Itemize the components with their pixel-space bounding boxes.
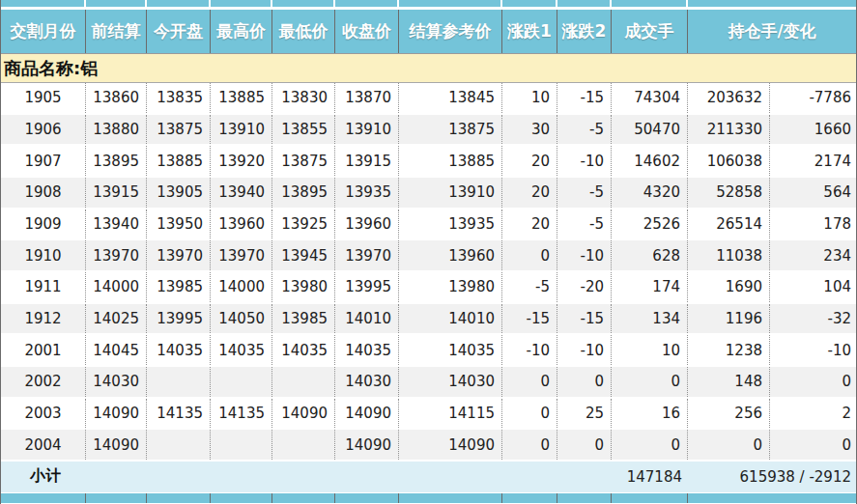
cell-value: 14000 bbox=[86, 272, 147, 302]
cell-value: 13845 bbox=[399, 83, 502, 113]
strip-cell bbox=[612, 493, 688, 503]
table-row: 20021403014030140300001480 bbox=[1, 367, 856, 399]
cell-value: 0 bbox=[557, 430, 612, 460]
cell-value: 0 bbox=[612, 430, 688, 460]
cell-value: -10 bbox=[502, 335, 557, 365]
table-row: 190713895138851392013875139151388520-101… bbox=[1, 146, 856, 178]
cell-value: 14045 bbox=[86, 335, 147, 365]
cell-value: -5 bbox=[557, 210, 612, 239]
cell-delivery-month: 1906 bbox=[1, 115, 86, 145]
cell-value: 2526 bbox=[612, 210, 688, 239]
cell-delivery-month: 1912 bbox=[1, 304, 86, 334]
cell-value: 14602 bbox=[612, 146, 688, 176]
cell-value: 0 bbox=[557, 367, 612, 397]
table-row: 2001140451403514035140351403514035-10-10… bbox=[1, 335, 856, 367]
strip-cell bbox=[335, 493, 399, 503]
cell-value: 50470 bbox=[612, 115, 688, 145]
cell-value: 2 bbox=[770, 399, 856, 429]
cell-value: 0 bbox=[502, 367, 557, 397]
cell-delivery-month: 2003 bbox=[1, 399, 86, 429]
cell-value: 14035 bbox=[399, 335, 502, 365]
cell-value: -5 bbox=[502, 272, 557, 302]
cell-value: 13985 bbox=[147, 272, 211, 302]
commodity-name-band: 商品名称:铝 bbox=[1, 54, 856, 83]
cell-value: 4320 bbox=[612, 178, 688, 208]
cell-value: 13830 bbox=[272, 83, 335, 113]
cell-value: 52858 bbox=[688, 178, 770, 208]
table-row: 190913940139501396013925139601393520-525… bbox=[1, 210, 856, 241]
strip-cell bbox=[1, 493, 86, 503]
cell-delivery-month: 1905 bbox=[1, 83, 86, 113]
subtotal-spacer bbox=[86, 462, 612, 492]
cell-value: 13960 bbox=[335, 210, 399, 239]
cell-delivery-month: 1908 bbox=[1, 178, 86, 208]
cell-value: -15 bbox=[502, 304, 557, 334]
strip-cell bbox=[1, 0, 86, 7]
cell-value: 14090 bbox=[86, 399, 147, 429]
strip-cell bbox=[557, 0, 612, 7]
cell-value: 13970 bbox=[147, 240, 211, 270]
cell-value: 16 bbox=[612, 399, 688, 429]
header-cell: 涨跌2 bbox=[557, 10, 612, 53]
cell-value: 1238 bbox=[688, 335, 770, 365]
cell-value: 14035 bbox=[147, 335, 211, 365]
cell-delivery-month: 1907 bbox=[1, 146, 86, 176]
cell-value: 134 bbox=[612, 304, 688, 334]
cell-value: 234 bbox=[770, 240, 856, 270]
cell-value bbox=[211, 430, 272, 460]
cell-value: 13970 bbox=[211, 240, 272, 270]
subtotal-volume: 147184 bbox=[612, 462, 688, 492]
top-cutoff-strip bbox=[1, 0, 856, 7]
cell-value: -10 bbox=[557, 240, 612, 270]
cell-value: 13960 bbox=[399, 240, 502, 270]
cell-value: 0 bbox=[502, 430, 557, 460]
strip-cell bbox=[147, 0, 211, 7]
cell-value: 628 bbox=[612, 240, 688, 270]
cell-value: 13875 bbox=[272, 146, 335, 176]
strip-cell bbox=[399, 493, 502, 503]
cell-value: 13970 bbox=[86, 240, 147, 270]
subtotal-open-interest-change: 615938 / -2912 bbox=[688, 462, 856, 492]
strip-cell bbox=[688, 0, 856, 7]
cell-value: 14010 bbox=[399, 304, 502, 334]
cell-value bbox=[272, 430, 335, 460]
cell-value: 20 bbox=[502, 146, 557, 176]
strip-cell bbox=[147, 493, 211, 503]
header-cell: 前结算 bbox=[86, 10, 147, 53]
cell-value: 106038 bbox=[688, 146, 770, 176]
cell-value: 14135 bbox=[211, 399, 272, 429]
strip-cell bbox=[688, 493, 856, 503]
cell-value: 13910 bbox=[399, 178, 502, 208]
cell-delivery-month: 1909 bbox=[1, 210, 86, 239]
cell-value: 20 bbox=[502, 210, 557, 239]
cell-value: 14030 bbox=[335, 367, 399, 397]
table-row: 190613880138751391013855139101387530-550… bbox=[1, 115, 856, 147]
cell-value: 13960 bbox=[211, 210, 272, 239]
cell-value: 14035 bbox=[272, 335, 335, 365]
cell-value: 14090 bbox=[272, 399, 335, 429]
strip-cell bbox=[211, 493, 272, 503]
cell-value: -10 bbox=[557, 335, 612, 365]
subtotal-label: 小计 bbox=[1, 462, 86, 492]
cell-value: -5 bbox=[557, 115, 612, 145]
cell-value: 13920 bbox=[211, 146, 272, 176]
cell-value: 13870 bbox=[335, 83, 399, 113]
cell-value: 10 bbox=[502, 83, 557, 113]
cell-value: 14135 bbox=[147, 399, 211, 429]
strip-cell bbox=[272, 493, 335, 503]
cell-value: 10 bbox=[612, 335, 688, 365]
cell-value: 0 bbox=[502, 399, 557, 429]
strip-cell bbox=[399, 0, 502, 7]
header-cell: 交割月份 bbox=[1, 10, 86, 53]
cell-value: 13880 bbox=[86, 115, 147, 145]
cell-value: 13875 bbox=[147, 115, 211, 145]
cell-value: 30 bbox=[502, 115, 557, 145]
cell-value: -10 bbox=[770, 335, 856, 365]
cell-value: 14000 bbox=[211, 272, 272, 302]
cell-value: 13980 bbox=[272, 272, 335, 302]
cell-value: 13940 bbox=[86, 210, 147, 239]
cell-value: 14090 bbox=[335, 399, 399, 429]
cell-value: 13885 bbox=[399, 146, 502, 176]
cell-value: 13885 bbox=[147, 146, 211, 176]
cell-value: 1660 bbox=[770, 115, 856, 145]
